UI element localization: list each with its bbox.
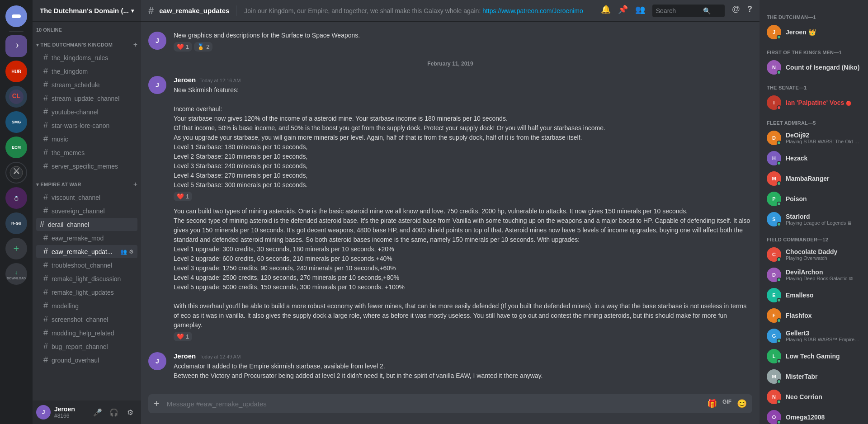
channel-music[interactable]: #music <box>36 132 137 146</box>
channel-modelling[interactable]: #modelling <box>36 299 137 312</box>
channel-label: screenshot_channel <box>52 316 108 323</box>
channel-label: troubleshoot_channel <box>52 262 112 269</box>
channel-remake-light-disc[interactable]: #remake_light_discussion <box>36 272 137 285</box>
member-item-low-tech[interactable]: L Low Tech Gaming <box>763 346 864 366</box>
category-kingdom[interactable]: ▾ THE DUTCHMAN'S KINGDOM + <box>33 33 141 51</box>
server-icon-dutchman[interactable]: ☽ <box>5 35 27 57</box>
reaction-emoji: ❤️ <box>177 333 184 340</box>
member-info: DevilArchon Playing Deep Rock Galactic 🖥 <box>786 269 861 281</box>
server-icon-2[interactable]: HUB <box>5 61 27 82</box>
member-item-mistertabr[interactable]: M MisterTabr <box>763 367 864 386</box>
members-icon[interactable]: 👥 <box>635 5 645 17</box>
member-item-poison[interactable]: P Poison <box>763 189 864 209</box>
search-bar: 🔍 <box>652 5 725 17</box>
channel-label: ground_overhaul <box>52 357 99 364</box>
patreon-link[interactable]: https://www.patreon.com/Jeroenimo <box>482 7 583 14</box>
member-item-jeroen[interactable]: J Jeroen 👑 <box>763 22 864 42</box>
category-eaw[interactable]: ▾ EMPIRE AT WAR + <box>33 173 141 190</box>
reaction-heart[interactable]: ❤️ 1 <box>174 42 192 52</box>
channel-label: modding_help_related <box>52 330 114 337</box>
channel-youtube[interactable]: #youtube-channel <box>36 105 137 118</box>
channel-modding-help[interactable]: #modding_help_related <box>36 326 137 339</box>
channel-remake-light-updates[interactable]: #remake_light_updates <box>36 286 137 299</box>
channel-bug-report[interactable]: #bug_report_channel <box>36 340 137 353</box>
channel-lore-canon[interactable]: #star-wars-lore-canon <box>36 119 137 132</box>
download-button[interactable]: ↓ DOWNLOAD <box>5 263 27 285</box>
server-icon-4[interactable]: SMG <box>5 111 27 133</box>
server-header[interactable]: The Dutchman's Domain (... ▾ <box>33 0 141 22</box>
member-item-emalleso[interactable]: E Emalleso <box>763 285 864 305</box>
member-item-niko[interactable]: N Count of Isengard (Niko) <box>763 57 864 77</box>
reaction-emoji: ❤️ <box>177 193 184 200</box>
member-item-deoij92[interactable]: D DeOij92 Playing STAR WARS: The Old Rep… <box>763 128 864 148</box>
status-indicator <box>777 202 781 206</box>
settings-icon[interactable]: ⚙ <box>129 249 134 255</box>
channel-kingdoms-rules[interactable]: #the_kingdoms_rules <box>36 51 137 64</box>
member-item-devil-archon[interactable]: D DevilArchon Playing Deep Rock Galactic… <box>763 265 864 285</box>
bell-icon[interactable]: 🔔 <box>601 5 611 17</box>
status-indicator <box>777 222 781 226</box>
member-item-mambaranger[interactable]: M MambaRanger <box>763 169 864 188</box>
add-channel-icon[interactable]: + <box>133 41 137 49</box>
chat-input-icons: 🎁 GIF 😊 <box>707 399 747 409</box>
pin-icon[interactable]: 📌 <box>618 5 628 17</box>
member-name: Chocolate Daddy <box>786 248 861 255</box>
channel-eaw-updates[interactable]: #eaw_remake_updat...👥⚙ <box>36 245 137 258</box>
channel-eaw-mod[interactable]: #eaw_remake_mod <box>36 231 137 245</box>
member-item-starlord[interactable]: S Starlord Playing League of Legends 🖥 <box>763 209 864 229</box>
member-item-neo-corrion[interactable]: N Neo Corrion <box>763 387 864 407</box>
server-icon-ring[interactable]: 💍 <box>5 187 27 209</box>
member-info: Hezack <box>786 155 861 162</box>
member-item-hezack[interactable]: H Hezack <box>763 148 864 168</box>
message-reactions: ❤️ 1 <box>174 192 752 201</box>
channel-stream-update[interactable]: #stream_update_channel <box>36 92 137 105</box>
member-item-flashfox[interactable]: F Flashfox <box>763 306 864 325</box>
channel-memes[interactable]: #the_memes <box>36 146 137 159</box>
help-icon[interactable]: ? <box>747 5 752 17</box>
channel-server-memes[interactable]: #server_specific_memes <box>36 160 137 173</box>
channel-topic: Join our Kingdom, our Empire, and togeth… <box>244 7 595 14</box>
avatar: J <box>148 76 166 94</box>
status-indicator <box>777 161 781 165</box>
discord-home-button[interactable] <box>5 5 27 27</box>
deafen-button[interactable]: 🎧 <box>107 405 121 419</box>
server-icon-6[interactable]: ⚔ <box>5 162 27 184</box>
gift-icon[interactable]: 🎁 <box>707 399 717 409</box>
channel-kingdom[interactable]: #the_kingdom <box>36 65 137 78</box>
hash-icon: # <box>43 107 48 117</box>
reaction-heart[interactable]: ❤️ 1 <box>174 332 192 341</box>
mute-button[interactable]: 🎤 <box>90 405 105 419</box>
reaction-medal[interactable]: 🏅 2 <box>194 42 212 52</box>
category-kingdom-label: ▾ THE DUTCHMAN'S KINGDOM <box>36 42 113 48</box>
channel-ground-overhaul[interactable]: #ground_overhaul <box>36 353 137 367</box>
member-item-omega[interactable]: O Omega12008 <box>763 407 864 424</box>
member-item-choc-daddy[interactable]: C Chocolate Daddy Playing Overwatch <box>763 245 864 264</box>
status-indicator <box>777 278 781 282</box>
divider-line <box>148 64 422 64</box>
channel-label: youtube-channel <box>52 108 99 116</box>
server-icon-3[interactable]: CL <box>5 86 27 108</box>
channel-sovereign[interactable]: #sovereign_channel <box>36 204 137 217</box>
add-message-icon[interactable]: + <box>154 394 163 413</box>
emoji-icon[interactable]: 😊 <box>737 399 747 409</box>
channel-derail[interactable]: #derail_channel <box>36 218 137 231</box>
gif-icon[interactable]: GIF <box>722 399 731 409</box>
channel-viscount[interactable]: #viscount_channel <box>36 191 137 204</box>
server-icon-5[interactable]: ECM <box>5 137 27 158</box>
channel-stream-schedule[interactable]: #stream_schedule <box>36 78 137 91</box>
add-channel-eaw-icon[interactable]: + <box>133 180 137 188</box>
member-item-gellert3[interactable]: G Gellert3 Playing STAR WARS™ Empire at … <box>763 326 864 346</box>
channel-troubleshoot[interactable]: #troubleshoot_channel <box>36 259 137 272</box>
member-item-ian[interactable]: I Ian 'Palpatine' Vocs 🔴 <box>763 93 864 113</box>
message-group: You can build two types of mining astero… <box>141 205 760 343</box>
channel-screenshot[interactable]: #screenshot_channel <box>36 313 137 326</box>
reaction-heart[interactable]: ❤️ 1 <box>174 192 192 201</box>
at-icon[interactable]: @ <box>732 5 740 17</box>
user-settings-button[interactable]: ⚙ <box>123 405 137 419</box>
hash-icon: # <box>43 148 48 157</box>
server-icon-rgo[interactable]: R-Go <box>5 212 27 234</box>
add-server-button[interactable]: + <box>5 238 27 259</box>
chat-message-input[interactable] <box>163 395 707 413</box>
search-input[interactable] <box>656 7 701 14</box>
member-name: Gellert3 <box>786 330 861 337</box>
